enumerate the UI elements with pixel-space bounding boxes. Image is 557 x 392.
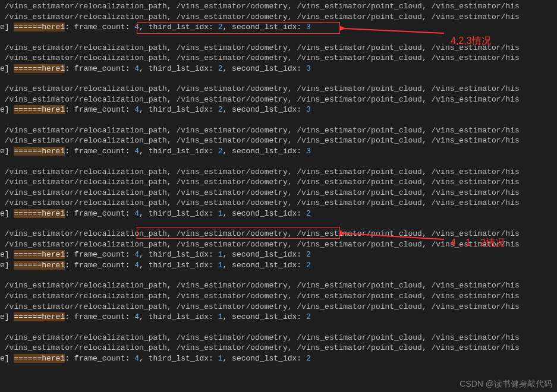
blank-line	[0, 115, 557, 125]
here-marker: ======here1	[14, 64, 65, 73]
topic-line: /vins_estimator/relocalization_path, /vi…	[0, 291, 557, 302]
log-line: e] ======here1: frame_count: 4, third_ls…	[0, 208, 557, 219]
topic-line: /vins_estimator/relocalization_path, /vi…	[0, 177, 557, 188]
topic-line: /vins_estimator/relocalization_path, /vi…	[0, 167, 557, 178]
log-line: e] ======here1: frame_count: 4, third_ls…	[0, 260, 557, 271]
blank-line	[0, 323, 557, 333]
second-lst-idx-value: 3	[306, 105, 311, 114]
second-lst-idx-value: 3	[306, 147, 311, 156]
topic-line: /vins_estimator/relocalization_path, /vi…	[0, 135, 557, 146]
topic-line: /vins_estimator/relocalization_path, /vi…	[0, 229, 557, 239]
third-lst-idx-value: 2	[218, 23, 223, 31]
log-line: e] ======here1: frame_count: 4, third_ls…	[0, 312, 557, 323]
watermark: CSDN @读书健身敲代码	[460, 378, 552, 390]
second-lst-idx-value: 2	[306, 354, 311, 363]
blank-line	[0, 270, 557, 280]
second-lst-idx-value: 2	[306, 209, 311, 218]
second-lst-idx-value: 3	[306, 23, 311, 31]
topic-line: /vins_estimator/relocalization_path, /vi…	[0, 53, 557, 64]
topic-line: /vins_estimator/relocalization_path, /vi…	[0, 125, 557, 136]
topic-line: /vins_estimator/relocalization_path, /vi…	[0, 280, 557, 291]
here-marker: ======here1	[14, 105, 65, 114]
second-lst-idx-value: 3	[306, 64, 311, 73]
blank-line	[0, 33, 557, 43]
third-lst-idx-value: 2	[218, 105, 223, 114]
frame-count-value: 4	[134, 354, 139, 363]
blank-line	[0, 219, 557, 229]
topic-line: /vins_estimator/relocalization_path, /vi…	[0, 12, 557, 23]
topic-line: /vins_estimator/relocalization_path, /vi…	[0, 343, 557, 353]
frame-count-value: 4	[134, 105, 139, 114]
log-line: e] ======here1: frame_count: 4, third_ls…	[0, 353, 557, 364]
third-lst-idx-value: 1	[218, 312, 223, 321]
frame-count-value: 4	[134, 147, 139, 156]
blank-line	[0, 157, 557, 167]
third-lst-idx-value: 1	[218, 354, 223, 363]
here-marker: ======here1	[14, 354, 65, 363]
here-marker: ======here1	[14, 261, 65, 270]
here-marker: ======here1	[14, 147, 65, 156]
blank-line	[0, 74, 557, 84]
second-lst-idx-value: 2	[306, 312, 311, 321]
topic-line: /vins_estimator/relocalization_path, /vi…	[0, 43, 557, 53]
here-marker: ======here1	[14, 23, 65, 31]
topic-line: /vins_estimator/relocalization_path, /vi…	[0, 84, 557, 94]
frame-count-value: 4	[134, 209, 139, 218]
here-marker: ======here1	[14, 250, 65, 259]
second-lst-idx-value: 2	[306, 261, 311, 270]
frame-count-value: 4	[134, 23, 139, 31]
topic-line: /vins_estimator/relocalization_path, /vi…	[0, 1, 557, 12]
frame-count-value: 4	[134, 64, 139, 73]
topic-line: /vins_estimator/relocalization_path, /vi…	[0, 333, 557, 343]
frame-count-value: 4	[134, 250, 139, 259]
third-lst-idx-value: 2	[218, 147, 223, 156]
topic-line: /vins_estimator/relocalization_path, /vi…	[0, 198, 557, 208]
third-lst-idx-value: 1	[218, 261, 223, 270]
third-lst-idx-value: 2	[218, 64, 223, 73]
log-line: e] ======here1: frame_count: 4, third_ls…	[0, 105, 557, 115]
log-line: e] ======here1: frame_count: 4, third_ls…	[0, 249, 557, 260]
topic-line: /vins_estimator/relocalization_path, /vi…	[0, 94, 557, 105]
third-lst-idx-value: 1	[218, 209, 223, 218]
log-line: e] ======here1: frame_count: 4, third_ls…	[0, 22, 557, 33]
here-marker: ======here1	[14, 209, 65, 218]
second-lst-idx-value: 2	[306, 250, 311, 259]
log-line: e] ======here1: frame_count: 4, third_ls…	[0, 64, 557, 74]
topic-line: /vins_estimator/relocalization_path, /vi…	[0, 302, 557, 312]
third-lst-idx-value: 1	[218, 250, 223, 259]
frame-count-value: 4	[134, 312, 139, 321]
topic-line: /vins_estimator/relocalization_path, /vi…	[0, 239, 557, 250]
topic-line: /vins_estimator/relocalization_path, /vi…	[0, 188, 557, 198]
log-line: e] ======here1: frame_count: 4, third_ls…	[0, 146, 557, 157]
here-marker: ======here1	[14, 312, 65, 321]
frame-count-value: 4	[134, 261, 139, 270]
